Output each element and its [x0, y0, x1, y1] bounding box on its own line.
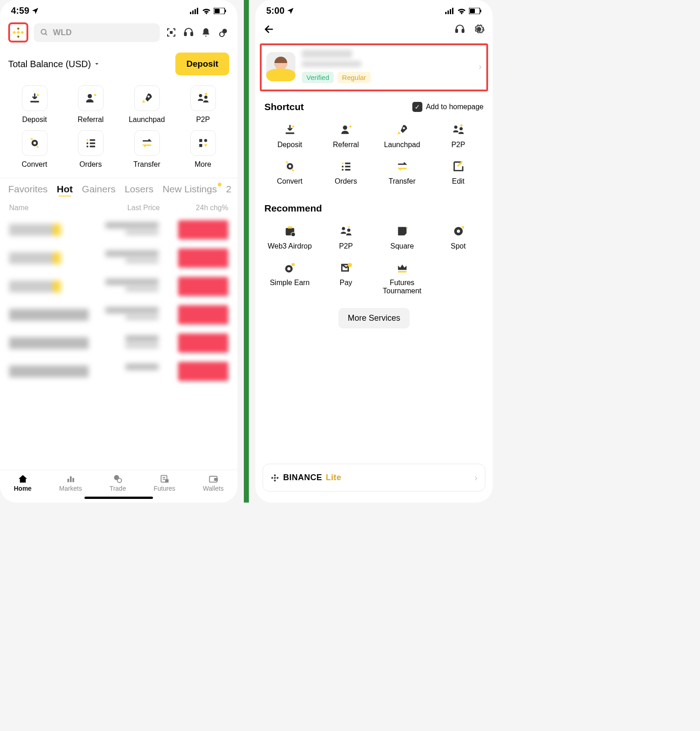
svg-point-52 [403, 127, 405, 129]
square-icon [395, 224, 410, 238]
rec-simple-earn[interactable]: Simple Earn [263, 260, 316, 295]
trade-icon [112, 474, 123, 484]
deposit-icon [28, 92, 41, 105]
tab-overflow[interactable]: 2 [226, 184, 232, 195]
bottom-nav: Home Markets Trade Futures Wallets [0, 470, 237, 494]
table-row[interactable] [7, 357, 230, 386]
shortcut-convert[interactable]: Convert [263, 159, 316, 185]
svg-rect-57 [342, 163, 343, 164]
svg-rect-46 [462, 29, 464, 32]
coin-button[interactable] [217, 26, 229, 38]
nav-trade[interactable]: Trade [110, 474, 126, 492]
more-services-button[interactable]: More Services [338, 308, 409, 328]
scan-button[interactable] [165, 26, 177, 38]
nav-wallets[interactable]: Wallets [203, 474, 223, 492]
back-button[interactable] [263, 23, 275, 37]
verified-badge: Verified [302, 72, 334, 83]
market-list-header: Name Last Price 24h chg% [0, 196, 237, 216]
shortcut-deposit[interactable]: Deposit [8, 85, 61, 124]
rocket-icon [395, 122, 410, 137]
svg-rect-26 [199, 139, 202, 142]
shortcut-referral[interactable]: Referral [320, 122, 372, 149]
support-button[interactable] [183, 26, 195, 38]
nav-markets[interactable]: Markets [59, 474, 82, 492]
table-row[interactable] [7, 244, 230, 272]
svg-point-51 [343, 126, 347, 130]
tab-new-listings[interactable]: New Listings [163, 184, 217, 195]
profile-card[interactable]: Verified Regular › [260, 43, 488, 91]
tab-favorites[interactable]: Favorites [8, 184, 47, 195]
svg-point-53 [454, 126, 457, 129]
tab-losers[interactable]: Losers [125, 184, 153, 195]
search-input[interactable]: WLD [34, 23, 160, 42]
svg-rect-40 [450, 9, 451, 14]
svg-rect-24 [86, 146, 88, 148]
nav-futures[interactable]: Futures [153, 474, 175, 492]
rec-pay[interactable]: Pay [320, 260, 372, 295]
shortcut-p2p[interactable]: P2P [177, 85, 229, 124]
shortcut-orders[interactable]: Orders [64, 130, 117, 169]
svg-point-73 [347, 263, 352, 267]
shortcut-more[interactable]: More [177, 130, 229, 169]
tab-gainers[interactable]: Gainers [82, 184, 116, 195]
settings-button[interactable] [474, 24, 484, 37]
shortcut-p2p[interactable]: P2P [432, 122, 484, 149]
shortcut-convert[interactable]: Convert [8, 130, 61, 169]
shortcut-deposit[interactable]: Deposit [263, 122, 316, 149]
shortcut-orders[interactable]: Orders [320, 159, 372, 185]
app-logo-button[interactable] [8, 22, 28, 42]
add-homepage-toggle[interactable]: ✓ Add to homepage [412, 102, 484, 112]
rec-p2p[interactable]: P2P [320, 224, 372, 250]
status-bar: 4:59 [0, 0, 237, 19]
svg-point-67 [347, 228, 350, 232]
svg-rect-41 [452, 8, 453, 14]
svg-rect-2 [195, 9, 196, 14]
rec-web3-airdrop[interactable]: Web3 Airdrop [263, 224, 316, 250]
spot-icon [451, 224, 466, 238]
shortcut-edit[interactable]: Edit [432, 159, 484, 185]
rec-futures-tournament[interactable]: Futures Tournament [376, 260, 428, 295]
shortcut-transfer[interactable]: Transfer [121, 130, 173, 169]
shortcut-launchpad[interactable]: Launchpad [121, 85, 173, 124]
table-row[interactable] [7, 329, 230, 357]
orders-icon [339, 159, 353, 174]
phone-profile-screen: 5:00 Verified Regular › [255, 0, 493, 503]
shortcut-transfer[interactable]: Transfer [376, 159, 428, 185]
svg-point-13 [37, 94, 39, 96]
shortcuts-grid: Deposit Referral Launchpad P2P Convert O… [0, 79, 237, 178]
balance-toggle[interactable]: Total Balance (USD) [8, 59, 100, 69]
status-time: 4:59 [11, 5, 29, 16]
chevron-down-icon [94, 61, 100, 67]
nav-home[interactable]: Home [14, 474, 32, 492]
svg-point-71 [287, 267, 290, 270]
svg-rect-62 [345, 169, 350, 171]
table-row[interactable] [7, 216, 230, 244]
deposit-button[interactable]: Deposit [175, 53, 229, 75]
svg-point-17 [204, 95, 207, 99]
shortcut-launchpad[interactable]: Launchpad [376, 122, 428, 149]
svg-rect-35 [166, 480, 168, 482]
market-list[interactable] [0, 216, 237, 470]
recommend-grid: Web3 Airdrop P2P Square Spot Simple Earn… [255, 217, 493, 304]
svg-rect-61 [342, 169, 343, 171]
transfer-icon [141, 137, 153, 149]
avatar [266, 52, 295, 81]
shortcut-title: Shortcut [264, 101, 304, 112]
shortcut-referral[interactable]: Referral [64, 85, 117, 124]
support-button[interactable] [454, 24, 465, 37]
rec-square[interactable]: Square [376, 224, 428, 250]
svg-rect-0 [190, 12, 191, 14]
table-row[interactable] [7, 301, 230, 329]
table-row[interactable] [7, 272, 230, 301]
rec-spot[interactable]: Spot [432, 224, 484, 250]
battery-icon [214, 8, 226, 14]
svg-rect-9 [170, 31, 173, 34]
svg-point-16 [199, 94, 202, 97]
notifications-button[interactable] [200, 26, 212, 38]
recommend-title: Recommend [264, 203, 322, 214]
tab-hot[interactable]: Hot [57, 184, 73, 195]
svg-rect-21 [89, 139, 95, 141]
binance-lite-card[interactable]: BINANCE Lite › [263, 464, 485, 492]
pay-icon [339, 260, 353, 275]
deposit-icon [283, 122, 297, 137]
